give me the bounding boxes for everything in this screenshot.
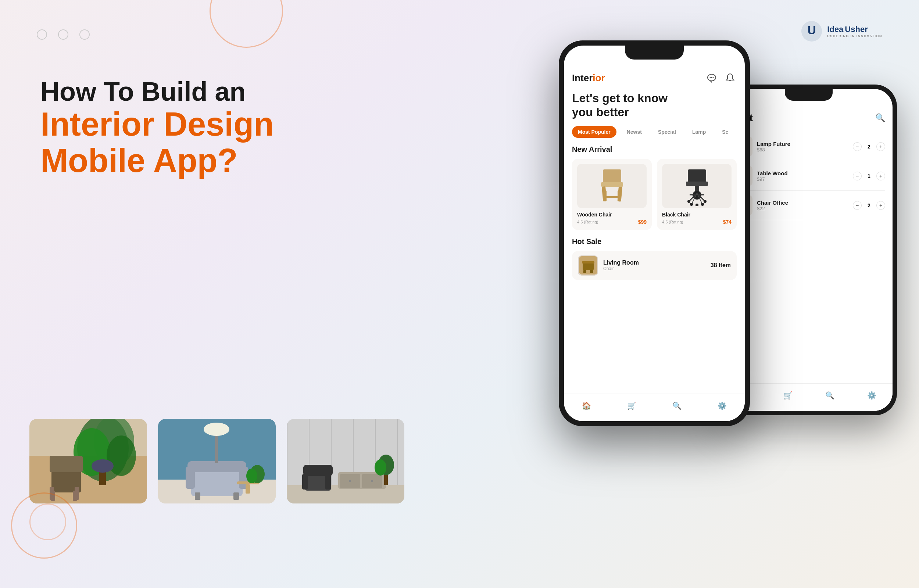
black-chair-price: $74 — [723, 219, 732, 225]
product-card-wooden[interactable]: Wooden Chair 4.5 (Rating) $99 — [572, 159, 652, 230]
cart-item-table-name: Table Wood — [757, 170, 848, 176]
cart-item-chair-name: Chair Office — [757, 200, 848, 206]
interior-image-2 — [158, 419, 276, 504]
filter-tab-lamp[interactable]: Lamp — [686, 126, 712, 138]
svg-rect-93 — [590, 270, 593, 273]
svg-point-44 — [371, 480, 373, 482]
svg-point-88 — [696, 204, 698, 206]
svg-point-66 — [713, 77, 714, 78]
app-main-screen: Interior — [564, 64, 745, 421]
hot-sale-sub: Chair — [603, 266, 706, 271]
cart-item-chair-info: Chair Office $22 — [757, 200, 848, 211]
interior-images-row — [29, 419, 404, 504]
dot-3 — [79, 29, 90, 40]
phone-front-screen: Interior — [564, 45, 745, 421]
cart-item-table-info: Table Wood $97 — [757, 170, 848, 182]
svg-point-86 — [687, 200, 690, 203]
wooden-chair-name: Wooden Chair — [577, 212, 647, 218]
cart-item-table-controls[interactable]: − 1 + — [853, 171, 885, 181]
filter-tab-special[interactable]: Special — [652, 126, 682, 138]
chair-qty-num: 2 — [865, 202, 873, 208]
svg-rect-69 — [601, 182, 623, 187]
main-heading-area: How To Build an Interior Design Mobile A… — [40, 77, 274, 179]
cart-nav-cart[interactable]: 🛒 — [783, 390, 793, 401]
main-nav-settings[interactable]: ⚙️ — [717, 401, 727, 411]
interior-image-1 — [29, 419, 147, 504]
app-greeting: Let's get to knowyou better — [572, 91, 736, 120]
cart-search-icon[interactable]: 🔍 — [875, 113, 885, 123]
lamp-qty-minus[interactable]: − — [853, 142, 862, 151]
hot-sale-img — [578, 255, 598, 276]
hot-sale-name: Living Room — [603, 260, 706, 266]
svg-text:U: U — [808, 24, 816, 37]
cart-item-chair: Chair Office $22 − 2 + — [732, 191, 885, 220]
hot-sale-info: Living Room Chair — [603, 260, 706, 271]
cart-header: Cart 🔍 — [732, 112, 885, 124]
chat-icon[interactable] — [705, 71, 718, 84]
cart-item-lamp: Lamp Future $68 − 2 + — [732, 132, 885, 162]
phone-back-notch — [785, 89, 833, 101]
svg-rect-72 — [603, 191, 607, 201]
hot-sale-title: Hot Sale — [572, 237, 736, 246]
svg-rect-92 — [583, 270, 586, 273]
svg-rect-23 — [195, 493, 200, 500]
cart-item-chair-controls[interactable]: − 2 + — [853, 201, 885, 210]
filter-tabs[interactable]: Most Populer Newst Special Lamp Sc — [572, 126, 736, 138]
header-dots — [37, 29, 90, 40]
main-nav-cart[interactable]: 🛒 — [627, 401, 637, 411]
logo-tagline: USHERING IN INNOVATION — [827, 34, 882, 38]
cart-item-lamp-name: Lamp Future — [757, 141, 848, 147]
heading-line2: Interior Design — [40, 106, 274, 142]
wooden-chair-price: $99 — [638, 219, 647, 225]
logo-container: U Idea Usher USHERING IN INNOVATION — [801, 20, 882, 42]
cart-item-lamp-info: Lamp Future $68 — [757, 141, 848, 152]
svg-rect-48 — [325, 474, 331, 489]
svg-rect-73 — [618, 191, 621, 201]
app-header: Interior — [572, 71, 736, 84]
products-row: Wooden Chair 4.5 (Rating) $99 — [572, 159, 736, 230]
cart-nav-settings[interactable]: ⚙️ — [866, 390, 877, 401]
svg-rect-11 — [50, 456, 83, 472]
heading-line3: Mobile App? — [40, 142, 274, 179]
bell-icon[interactable] — [724, 71, 736, 84]
chair-qty-plus[interactable]: + — [876, 201, 885, 210]
wooden-chair-img — [577, 164, 647, 208]
app-header-icons — [705, 71, 736, 84]
main-bottom-nav[interactable]: 🏠 🛒 🔍 ⚙️ — [564, 394, 745, 421]
svg-point-65 — [711, 77, 712, 78]
cart-item-chair-price: $22 — [757, 206, 848, 211]
svg-point-84 — [690, 203, 693, 206]
svg-rect-21 — [186, 467, 195, 489]
svg-point-43 — [349, 480, 351, 482]
filter-tab-most-popular[interactable]: Most Populer — [572, 126, 617, 138]
deco-circle-top — [210, 0, 283, 48]
cart-item-lamp-controls[interactable]: − 2 + — [853, 142, 885, 151]
lamp-qty-plus[interactable]: + — [876, 142, 885, 151]
filter-tab-newest[interactable]: Newst — [621, 126, 648, 138]
svg-point-31 — [204, 423, 229, 436]
phones-area: Cart 🔍 Lamp Future $68 — [529, 40, 897, 536]
black-chair-img — [662, 164, 732, 208]
svg-point-51 — [375, 459, 386, 475]
main-nav-search[interactable]: 🔍 — [672, 401, 682, 411]
dot-1 — [37, 29, 47, 40]
app-logo-text: Interior — [572, 73, 605, 84]
chair-qty-minus[interactable]: − — [853, 201, 862, 210]
cart-bottom-nav[interactable]: 🏠 🛒 🔍 ⚙️ — [725, 383, 893, 411]
new-arrival-title: New Arrival — [572, 145, 736, 153]
deco-circle-bottom-inner — [29, 504, 66, 540]
product-card-black[interactable]: Black Chair 4.5 (Rating) $74 — [657, 159, 736, 230]
table-qty-plus[interactable]: + — [876, 171, 885, 181]
filter-tab-sc[interactable]: Sc — [716, 126, 734, 138]
table-qty-num: 1 — [865, 173, 873, 179]
svg-point-64 — [710, 77, 711, 78]
main-nav-home[interactable]: 🏠 — [581, 401, 592, 411]
hot-sale-count: 38 Item — [711, 262, 731, 269]
cart-nav-search[interactable]: 🔍 — [825, 390, 835, 401]
hot-sale-item[interactable]: Living Room Chair 38 Item — [572, 251, 736, 280]
logo-usher: Usher — [845, 24, 867, 34]
svg-rect-91 — [582, 261, 594, 263]
interior-image-3 — [287, 419, 404, 504]
table-qty-minus[interactable]: − — [853, 171, 862, 181]
cart-item-lamp-price: $68 — [757, 147, 848, 152]
